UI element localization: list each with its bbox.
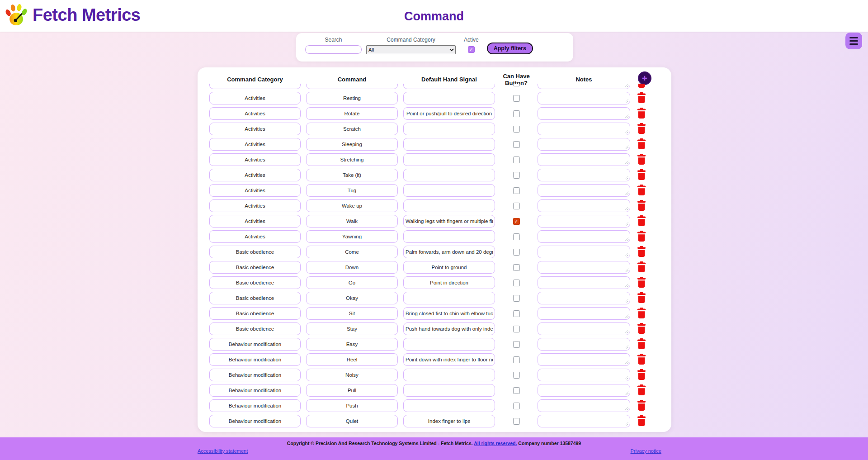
hand-signal-input[interactable] bbox=[403, 338, 495, 351]
command-input[interactable] bbox=[306, 307, 398, 320]
command-category-input[interactable] bbox=[209, 307, 301, 320]
notes-textarea[interactable] bbox=[538, 246, 630, 258]
hand-signal-input[interactable] bbox=[403, 246, 495, 258]
menu-button[interactable] bbox=[845, 33, 862, 49]
hand-signal-input[interactable] bbox=[403, 123, 495, 135]
delete-row-button[interactable] bbox=[636, 199, 647, 212]
hand-signal-input[interactable] bbox=[403, 353, 495, 366]
delete-row-button[interactable] bbox=[636, 123, 647, 135]
can-have-button-checkbox[interactable] bbox=[513, 372, 520, 379]
can-have-button-checkbox[interactable] bbox=[513, 95, 520, 102]
resize-handle-icon[interactable] bbox=[625, 237, 628, 241]
notes-textarea[interactable] bbox=[538, 123, 630, 135]
notes-textarea[interactable] bbox=[538, 184, 630, 197]
can-have-button-checkbox[interactable] bbox=[513, 249, 520, 256]
hand-signal-input[interactable] bbox=[403, 184, 495, 197]
command-category-input[interactable] bbox=[209, 415, 301, 427]
can-have-button-checkbox[interactable] bbox=[513, 387, 520, 394]
notes-textarea[interactable] bbox=[538, 369, 630, 381]
command-category-input[interactable] bbox=[209, 92, 301, 104]
command-category-input[interactable] bbox=[209, 199, 301, 212]
resize-handle-icon[interactable] bbox=[625, 84, 628, 87]
notes-textarea[interactable] bbox=[538, 399, 630, 412]
command-input[interactable] bbox=[306, 399, 398, 412]
notes-textarea[interactable] bbox=[538, 84, 630, 89]
delete-row-button[interactable] bbox=[636, 107, 647, 120]
hand-signal-input[interactable] bbox=[403, 261, 495, 274]
can-have-button-checkbox[interactable] bbox=[513, 126, 520, 133]
can-have-button-checkbox[interactable] bbox=[513, 403, 520, 409]
command-category-input[interactable] bbox=[209, 107, 301, 120]
can-have-button-checkbox[interactable] bbox=[513, 280, 520, 286]
add-row-button[interactable]: + bbox=[638, 71, 651, 85]
resize-handle-icon[interactable] bbox=[625, 345, 628, 349]
table-rows-scroll-area[interactable] bbox=[198, 84, 671, 430]
resize-handle-icon[interactable] bbox=[625, 191, 628, 195]
delete-row-button[interactable] bbox=[636, 322, 647, 335]
notes-textarea[interactable] bbox=[538, 107, 630, 120]
command-input[interactable] bbox=[306, 322, 398, 335]
command-input[interactable] bbox=[306, 84, 398, 89]
can-have-button-checkbox[interactable] bbox=[513, 310, 520, 317]
resize-handle-icon[interactable] bbox=[625, 360, 628, 364]
can-have-button-checkbox[interactable] bbox=[513, 295, 520, 302]
command-input[interactable] bbox=[306, 353, 398, 366]
notes-textarea[interactable] bbox=[538, 276, 630, 289]
can-have-button-checkbox[interactable] bbox=[513, 156, 520, 163]
resize-handle-icon[interactable] bbox=[625, 145, 628, 149]
can-have-button-checkbox[interactable] bbox=[513, 141, 520, 148]
command-input[interactable] bbox=[306, 92, 398, 104]
command-category-input[interactable] bbox=[209, 369, 301, 381]
delete-row-button[interactable] bbox=[636, 292, 647, 304]
command-input[interactable] bbox=[306, 153, 398, 166]
delete-row-button[interactable] bbox=[636, 353, 647, 366]
can-have-button-checkbox[interactable] bbox=[513, 233, 520, 240]
resize-handle-icon[interactable] bbox=[625, 422, 628, 426]
delete-row-button[interactable] bbox=[636, 384, 647, 397]
can-have-button-checkbox[interactable] bbox=[513, 84, 520, 86]
command-input[interactable] bbox=[306, 338, 398, 351]
notes-textarea[interactable] bbox=[538, 138, 630, 151]
delete-row-button[interactable] bbox=[636, 184, 647, 197]
command-input[interactable] bbox=[306, 230, 398, 243]
notes-textarea[interactable] bbox=[538, 353, 630, 366]
command-input[interactable] bbox=[306, 184, 398, 197]
can-have-button-checkbox[interactable] bbox=[513, 172, 520, 179]
command-category-input[interactable] bbox=[209, 153, 301, 166]
notes-textarea[interactable] bbox=[538, 415, 630, 427]
can-have-button-checkbox[interactable] bbox=[513, 110, 520, 117]
command-category-input[interactable] bbox=[209, 246, 301, 258]
delete-row-button[interactable] bbox=[636, 138, 647, 151]
search-input[interactable] bbox=[305, 45, 362, 54]
resize-handle-icon[interactable] bbox=[625, 114, 628, 118]
command-category-input[interactable] bbox=[209, 184, 301, 197]
notes-textarea[interactable] bbox=[538, 261, 630, 274]
delete-row-button[interactable] bbox=[636, 369, 647, 381]
hand-signal-input[interactable] bbox=[403, 307, 495, 320]
command-category-input[interactable] bbox=[209, 215, 301, 228]
resize-handle-icon[interactable] bbox=[625, 176, 628, 180]
hand-signal-input[interactable] bbox=[403, 230, 495, 243]
notes-textarea[interactable] bbox=[538, 199, 630, 212]
hand-signal-input[interactable] bbox=[403, 292, 495, 304]
active-checkbox[interactable] bbox=[468, 46, 475, 53]
delete-row-button[interactable] bbox=[636, 92, 647, 104]
command-category-input[interactable] bbox=[209, 230, 301, 243]
can-have-button-checkbox[interactable] bbox=[513, 187, 520, 194]
hand-signal-input[interactable] bbox=[403, 415, 495, 427]
resize-handle-icon[interactable] bbox=[625, 314, 628, 318]
hand-signal-input[interactable] bbox=[403, 138, 495, 151]
command-input[interactable] bbox=[306, 169, 398, 181]
notes-textarea[interactable] bbox=[538, 292, 630, 304]
hand-signal-input[interactable] bbox=[403, 384, 495, 397]
notes-textarea[interactable] bbox=[538, 338, 630, 351]
command-input[interactable] bbox=[306, 138, 398, 151]
resize-handle-icon[interactable] bbox=[625, 99, 628, 103]
resize-handle-icon[interactable] bbox=[625, 299, 628, 303]
hand-signal-input[interactable] bbox=[403, 84, 495, 89]
can-have-button-checkbox[interactable] bbox=[513, 341, 520, 348]
resize-handle-icon[interactable] bbox=[625, 284, 628, 287]
command-input[interactable] bbox=[306, 292, 398, 304]
accessibility-statement-link[interactable]: Accessibility statement bbox=[198, 448, 248, 454]
notes-textarea[interactable] bbox=[538, 322, 630, 335]
